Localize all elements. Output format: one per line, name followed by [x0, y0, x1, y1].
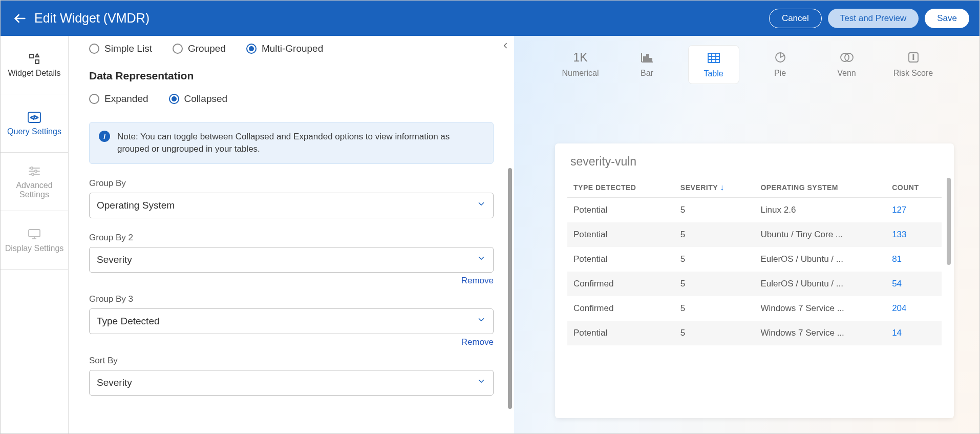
table-row: Confirmed5Windows 7 Service ...204 [567, 296, 942, 321]
select-value: Severity [97, 254, 132, 265]
chart-type-numerical[interactable]: 1K Numerical [555, 45, 606, 84]
representation-radios: Expanded Collapsed [89, 84, 494, 114]
info-note: i Note: You can toggle between Collapsed… [89, 122, 494, 164]
chart-type-label: Numerical [562, 69, 599, 78]
risk-score-icon: ! [907, 50, 920, 65]
group-by-3-select[interactable]: Type Detected [89, 308, 494, 334]
group-by-1-select[interactable]: Operating System [89, 193, 494, 218]
preview-table-scrollbar[interactable] [947, 178, 951, 265]
chevron-down-icon [477, 254, 486, 265]
svg-rect-1 [30, 54, 33, 58]
select-value: Severity [97, 377, 132, 388]
settings-scrollbar[interactable] [508, 168, 512, 409]
cell-count: 133 [886, 222, 942, 247]
preview-card-title: severity-vuln [555, 155, 954, 178]
page-title: Edit Widget (VMDR) [34, 11, 150, 26]
radio-multi-grouped[interactable]: Multi-Grouped [246, 43, 323, 54]
back-arrow-icon[interactable] [11, 9, 29, 28]
sort-by-label: Sort By [89, 356, 494, 366]
cell-type: Potential [567, 247, 674, 272]
save-button[interactable]: Save [925, 9, 969, 28]
test-preview-button[interactable]: Test and Preview [828, 9, 919, 28]
cell-severity: 5 [674, 296, 755, 321]
group-by-2-select[interactable]: Severity [89, 247, 494, 273]
chevron-down-icon [477, 315, 486, 327]
sidebar-item-widget-details[interactable]: Widget Details [1, 36, 68, 94]
query-settings-icon: </> [27, 110, 41, 125]
radio-icon [89, 94, 99, 104]
chart-type-bar[interactable]: Bar [622, 45, 673, 84]
svg-rect-12 [29, 230, 40, 237]
th-count[interactable]: COUNT [886, 178, 942, 198]
sidebar-item-display-settings[interactable]: Display Settings [1, 211, 68, 270]
count-link[interactable]: 127 [892, 205, 906, 215]
chart-type-pie[interactable]: Pie [755, 45, 806, 84]
collapse-panel-icon[interactable] [501, 41, 510, 52]
cancel-button[interactable]: Cancel [769, 9, 822, 28]
count-link[interactable]: 133 [892, 230, 906, 239]
cell-type: Confirmed [567, 296, 674, 321]
radio-collapsed[interactable]: Collapsed [169, 93, 228, 105]
sidebar-item-query-settings[interactable]: </> Query Settings [1, 94, 68, 153]
list-mode-radios: Simple List Grouped Multi-Grouped [89, 36, 494, 64]
radio-icon [169, 94, 179, 104]
display-settings-icon [27, 227, 41, 241]
sidebar-item-advanced-settings[interactable]: Advanced Settings [1, 153, 68, 211]
cell-os: EulerOS / Ubuntu / ... [754, 272, 886, 296]
table-row: Potential5Linux 2.6127 [567, 198, 942, 223]
remove-group-3-link[interactable]: Remove [461, 337, 494, 347]
svg-rect-19 [650, 58, 652, 62]
th-severity[interactable]: SEVERITY↓ [674, 178, 755, 198]
svg-rect-2 [35, 60, 39, 64]
select-value: Operating System [97, 200, 175, 211]
radio-grouped[interactable]: Grouped [173, 43, 226, 54]
group-by-3-label: Group By 3 [89, 294, 494, 304]
svg-point-11 [32, 173, 34, 175]
chevron-down-icon [477, 199, 486, 211]
count-link[interactable]: 204 [892, 303, 906, 313]
sidebar-item-label: Display Settings [5, 244, 64, 253]
cell-type: Confirmed [567, 272, 674, 296]
sidebar-item-label: Advanced Settings [3, 181, 66, 200]
cell-os: Linux 2.6 [754, 198, 886, 223]
info-text: Note: You can toggle between Collapsed a… [117, 131, 484, 155]
remove-group-2-link[interactable]: Remove [461, 276, 494, 286]
chart-type-label: Venn [837, 69, 856, 78]
svg-text:!: ! [912, 54, 914, 61]
cell-type: Potential [567, 222, 674, 247]
chart-type-label: Pie [774, 69, 786, 78]
chart-type-risk-score[interactable]: ! Risk Score [888, 45, 939, 84]
cell-count: 127 [886, 198, 942, 223]
preview-card: severity-vuln TYPE DETECTED SEVERITY↓ OP… [555, 143, 954, 418]
cell-type: Potential [567, 198, 674, 223]
count-link[interactable]: 81 [892, 254, 902, 264]
table-row: Potential5Windows 7 Service ...14 [567, 321, 942, 345]
table-row: Potential5EulerOS / Ubuntu / ...81 [567, 247, 942, 272]
radio-simple-list[interactable]: Simple List [89, 43, 152, 54]
chart-type-table[interactable]: Table [688, 45, 739, 84]
radio-expanded[interactable]: Expanded [89, 93, 148, 105]
advanced-settings-icon [27, 164, 41, 178]
cell-os: Ubuntu / Tiny Core ... [754, 222, 886, 247]
chart-type-label: Table [704, 69, 723, 78]
radio-label: Collapsed [184, 93, 228, 105]
cell-count: 14 [886, 321, 942, 345]
th-type-detected[interactable]: TYPE DETECTED [567, 178, 674, 198]
widget-details-icon [27, 52, 41, 66]
sort-by-select[interactable]: Severity [89, 370, 494, 396]
chart-type-tabs: 1K Numerical Bar Table [514, 45, 979, 84]
numerical-icon: 1K [573, 50, 587, 65]
cell-os: Windows 7 Service ... [754, 296, 886, 321]
radio-icon [246, 44, 257, 54]
count-link[interactable]: 14 [892, 328, 902, 338]
svg-point-9 [35, 170, 37, 172]
chart-type-label: Bar [641, 69, 653, 78]
cell-os: Windows 7 Service ... [754, 321, 886, 345]
count-link[interactable]: 54 [892, 279, 902, 288]
chevron-down-icon [477, 377, 486, 388]
th-operating-system[interactable]: OPERATING SYSTEM [754, 178, 886, 198]
chart-type-venn[interactable]: Venn [821, 45, 872, 84]
cell-count: 54 [886, 272, 942, 296]
sidebar-item-label: Query Settings [7, 127, 61, 136]
radio-label: Simple List [104, 43, 152, 54]
